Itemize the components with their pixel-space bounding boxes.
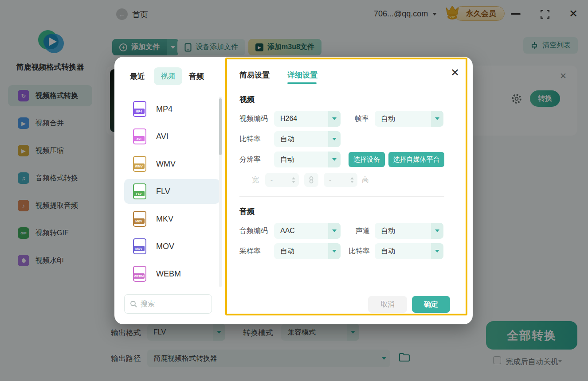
- audio-codec-label: 音频编码: [239, 226, 268, 236]
- active-tab-underline: [287, 82, 317, 84]
- stepper-arrows[interactable]: [292, 177, 295, 183]
- samplerate-label: 采样率: [239, 247, 261, 256]
- format-item-wmv[interactable]: WMV WMV: [124, 152, 220, 176]
- format-item-mp4[interactable]: MP4 MP4: [124, 97, 220, 121]
- format-item-flv[interactable]: FLV FLV: [124, 179, 220, 204]
- samplerate-select[interactable]: 自动: [274, 243, 341, 259]
- format-item-avi[interactable]: AVI AVI: [124, 124, 220, 149]
- video-codec-select[interactable]: H264: [274, 111, 341, 127]
- audio-section-title: 音频: [239, 206, 255, 217]
- video-section-title: 视频: [239, 94, 255, 105]
- bitrate-label: 比特率: [239, 135, 261, 144]
- tab-video[interactable]: 视频: [154, 67, 182, 85]
- chevron-down-icon: [435, 229, 439, 232]
- file-type-icon: MOV: [133, 238, 146, 254]
- modal-close-button[interactable]: ✕: [451, 66, 459, 79]
- audio-codec-select[interactable]: AAC: [274, 223, 341, 239]
- chevron-down-icon: [332, 138, 337, 140]
- chain-link-icon: [308, 176, 314, 183]
- chevron-down-icon: [332, 229, 337, 232]
- file-type-icon: MP4: [133, 101, 146, 117]
- search-input[interactable]: [141, 300, 198, 308]
- tab-recent[interactable]: 最近: [130, 71, 145, 82]
- format-item-mov[interactable]: MOV MOV: [124, 234, 220, 259]
- audio-bitrate-select[interactable]: 自动: [375, 243, 443, 259]
- format-item-mkv[interactable]: MKV MKV: [124, 206, 220, 231]
- bitrate-select[interactable]: 自动: [274, 131, 341, 147]
- file-type-icon: WMV: [133, 156, 146, 172]
- resolution-label: 分辨率: [239, 155, 261, 164]
- file-type-icon: AVI: [133, 128, 146, 144]
- chevron-down-icon: [332, 117, 337, 120]
- format-item-webm[interactable]: WEBM WEBM: [124, 261, 220, 286]
- channel-select[interactable]: 自动: [375, 223, 443, 239]
- stepper-arrows[interactable]: [350, 177, 354, 183]
- width-label: 宽: [252, 175, 259, 185]
- channel-label: 声道: [356, 226, 370, 236]
- video-codec-label: 视频编码: [239, 114, 268, 124]
- scrollbar-thumb[interactable]: [219, 98, 222, 155]
- width-stepper[interactable]: -: [265, 173, 299, 187]
- height-stepper[interactable]: -: [324, 173, 357, 187]
- height-label: 高: [362, 175, 369, 185]
- chevron-down-icon: [332, 158, 337, 161]
- tab-audio[interactable]: 音频: [189, 71, 204, 82]
- chevron-down-icon: [435, 117, 439, 120]
- format-settings-modal: 最近 视频 音频 MP4 MP4 AVI AVI WMV WMV FLV FLV…: [114, 57, 473, 324]
- file-type-icon: WEBM: [133, 266, 146, 282]
- tab-detailed-settings[interactable]: 详细设置: [287, 70, 318, 80]
- cancel-button[interactable]: 取消: [368, 296, 407, 313]
- format-search[interactable]: [124, 294, 212, 314]
- ok-button[interactable]: 确定: [412, 296, 450, 313]
- file-type-icon: FLV: [133, 183, 146, 199]
- section-divider: [239, 196, 444, 197]
- search-icon: [130, 300, 137, 307]
- select-device-button[interactable]: 选择设备: [349, 152, 385, 167]
- audio-bitrate-label: 比特率: [349, 247, 370, 256]
- tab-easy-settings[interactable]: 简易设置: [239, 70, 270, 80]
- framerate-label: 帧率: [355, 114, 369, 124]
- resolution-select[interactable]: 自动: [274, 152, 341, 167]
- chevron-down-icon: [435, 250, 439, 253]
- file-type-icon: MKV: [133, 211, 146, 227]
- framerate-select[interactable]: 自动: [375, 111, 443, 127]
- aspect-link-button[interactable]: [304, 173, 318, 187]
- select-platform-button[interactable]: 选择自媒体平台: [388, 152, 444, 167]
- chevron-down-icon: [332, 250, 337, 253]
